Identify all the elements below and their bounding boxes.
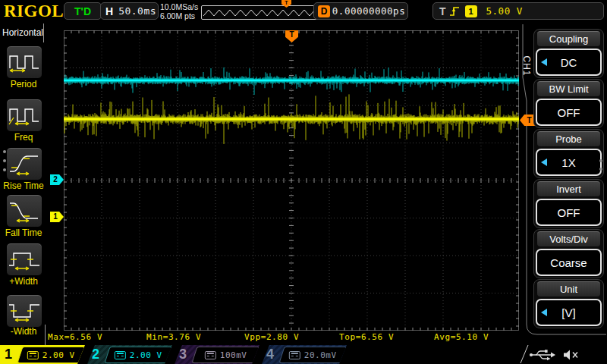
measurement-avg: Avg=5.10 V [434,332,489,342]
left-arrow-icon [541,58,547,66]
minus-width-icon [8,299,41,323]
freq-button[interactable] [6,99,42,132]
delay-value: 0.00000000ps [330,5,407,17]
trigger-label: T [439,5,446,17]
measurement-top: Top=6.56 V [339,332,394,342]
rise-time-label: Rise Time [0,180,47,191]
channel3-status[interactable]: 3 100mV [175,345,260,364]
softkey-unit[interactable]: Unit [V] [533,279,604,328]
rigol-logo: RIGOL [4,2,64,21]
fall-time-button[interactable] [6,194,42,228]
freq-icon [8,103,41,127]
period-label: Period [0,79,47,89]
plus-width-label: +Width [0,276,47,287]
timebase-value: 50.0ms [118,5,156,17]
softkey-label: Invert [537,181,600,196]
rising-edge-icon [449,5,461,17]
softkey-value: Coarse [550,256,587,269]
trigger-info-box[interactable]: T 1 5.00 V [432,2,604,20]
softkey-bw-limit[interactable]: BW Limit OFF [533,79,604,128]
channel1-number: 1 [5,347,12,362]
fall-time-label: Fall Time [0,228,47,238]
channel3-scale: 100mV [220,350,247,360]
left-arrow-icon [541,158,547,166]
delay-box[interactable]: D 0.00000000ps [313,2,408,20]
acquisition-info: 10.0MSa/s 6.00M pts [160,2,198,20]
speaker-muted-icon [564,350,577,360]
ch2-position-marker[interactable]: 2 [50,174,64,185]
menu-title: Horizontal [0,24,44,42]
plus-width-button[interactable] [6,243,42,276]
measurement-vpp: Vpp=2.80 V [244,332,299,342]
divider [45,325,46,345]
dc-coupling-icon [289,351,300,359]
page-indicator-dots [3,144,6,177]
channel4-status[interactable]: 4 20.0mV [262,345,348,364]
softkey-probe[interactable]: Probe 1X [533,129,604,178]
left-arrow-icon [541,309,547,316]
status-icons [529,348,583,362]
softkey-value: [V] [561,306,575,319]
page-indicator-dots [599,154,602,176]
rise-time-icon [8,152,41,176]
trigger-source-badge: 1 [465,5,477,17]
measurement-max: Max=6.56 V [48,332,102,342]
usb-icon [530,350,555,360]
channel4-number: 4 [266,347,274,362]
channel3-number: 3 [179,347,187,362]
waveform-display [64,30,519,331]
period-icon [8,50,41,74]
softkey-invert[interactable]: Invert OFF [533,179,604,228]
channel4-scale: 20.0mV [304,350,337,360]
minus-width-label: -Width [0,326,47,337]
sample-rate: 10.0MSa/s [160,2,198,11]
softkey-coupling[interactable]: Coupling DC [533,29,604,78]
softkey-label: Coupling [537,31,600,46]
softkey-label: Unit [537,281,600,297]
channel1-status[interactable]: 1 2.00 V [0,345,86,364]
softkey-value: OFF [558,106,580,119]
softkey-value: 1X [561,156,575,169]
dc-coupling-icon [27,351,39,359]
softkey-value: DC [561,56,577,69]
freq-label: Freq [0,132,47,143]
rise-time-button[interactable] [6,147,42,180]
softkey-label: Probe [537,131,600,146]
menu-channel-label: CH1 [521,55,532,76]
softkey-value: OFF [558,206,580,219]
softkey-label: BW Limit [537,81,600,96]
measurement-min: Min=3.76 V [146,332,201,342]
memory-depth: 6.00M pts [160,11,198,20]
dc-coupling-icon [115,351,126,359]
delay-label: D [318,5,330,17]
ch1-position-marker[interactable]: 1 [50,212,64,222]
channel2-status[interactable]: 2 2.00 V [87,345,173,364]
plus-width-icon [8,247,41,271]
fall-time-icon [8,199,41,223]
dc-coupling-icon [205,351,216,359]
channel2-number: 2 [92,347,99,362]
oscilloscope-screen: RIGOL T'D H 50.0ms 10.0MSa/s 6.00M pts T… [0,0,607,364]
period-button[interactable] [6,46,42,79]
timebase-box[interactable]: H 50.0ms [100,2,159,20]
horizontal-label: H [105,5,113,17]
softkey-volts-div[interactable]: Volts/Div Coarse [533,229,604,278]
softkey-label: Volts/Div [537,231,600,246]
minus-width-button[interactable] [6,294,42,328]
trigger-status-badge: T'D [64,2,102,20]
trigger-level-value: 5.00 V [486,5,523,17]
channel1-scale: 2.00 V [42,350,75,360]
channel2-scale: 2.00 V [130,350,162,360]
